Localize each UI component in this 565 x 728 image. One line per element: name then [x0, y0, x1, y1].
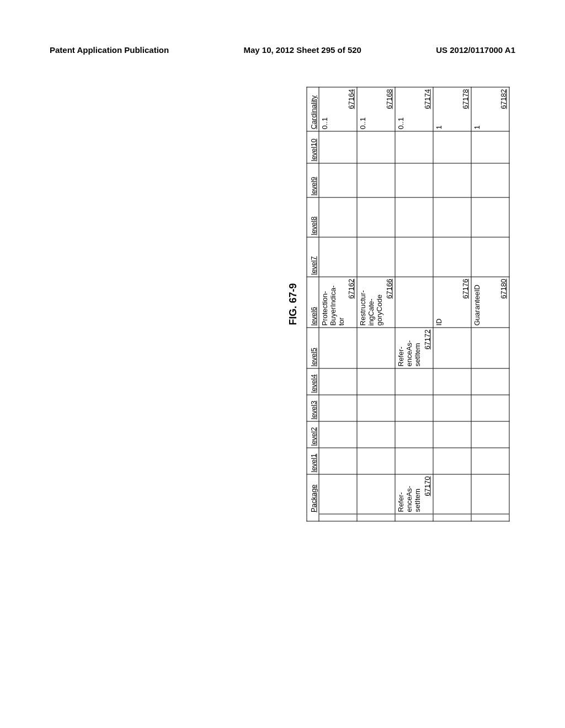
cell-level6: ID: [435, 279, 444, 326]
cell-ref: 67180: [499, 279, 508, 299]
cell-level6: Protection-BuyerIndica-tor: [321, 279, 346, 326]
cell-ref: 67176: [461, 279, 470, 299]
table-row: ID67176 167178: [433, 87, 471, 521]
col-level10: level10: [307, 131, 319, 163]
cell-level6: GuaranteeID: [473, 279, 482, 326]
cell-level5: Refer-enceAs-setItem: [397, 330, 422, 367]
cell-ref: 67172: [423, 330, 431, 350]
table-row: Restructur-ingCate-goryCode67166 0..1671…: [357, 87, 395, 521]
cell-card: 0..1: [359, 89, 367, 130]
col-level1: level1: [307, 448, 319, 474]
cell-card: 1: [473, 89, 482, 130]
cell-ref: 67182: [499, 89, 508, 109]
cell-ref: 67166: [385, 279, 393, 299]
table-row: Refer-enceAs-setItem67170 Refer-enceAs-s…: [395, 87, 433, 521]
table-body: Protection-BuyerIndica-tor67162 0..16716…: [319, 87, 509, 521]
cell-ref: 67170: [423, 477, 431, 496]
col-level2: level2: [307, 421, 319, 448]
figure-label: FIG. 67-9: [287, 29, 299, 580]
col-level7: level7: [307, 237, 319, 277]
cell-card: 0..1: [321, 89, 329, 130]
table-header-row: Package level1 level2 level3 level4 leve…: [307, 87, 319, 521]
cell-ref: 67174: [423, 89, 431, 109]
col-level9: level9: [307, 163, 319, 197]
col-level4: level4: [307, 368, 319, 395]
cell-ref: 67162: [347, 279, 355, 299]
schema-table: Package level1 level2 level3 level4 leve…: [307, 87, 510, 522]
cell-ref: 67164: [347, 89, 355, 109]
col-cardinality: Cardinality: [307, 87, 319, 131]
col-package: Package: [307, 474, 319, 514]
col-level3: level3: [307, 395, 319, 421]
cell-ref: 67178: [461, 89, 470, 109]
cell-card: 1: [435, 89, 444, 130]
cell-package: Refer-enceAs-setItem: [397, 477, 422, 512]
cell-level6: Restructur-ingCate-goryCode: [359, 279, 384, 326]
cell-ref: 67168: [385, 89, 393, 109]
figure-container: FIG. 67-9 Package level1 level2 level3 l…: [56, 29, 510, 580]
col-level8: level8: [307, 197, 319, 237]
cell-card: 0..1: [397, 89, 406, 130]
col-stub: [307, 518, 319, 522]
table-row: Protection-BuyerIndica-tor67162 0..16716…: [319, 87, 357, 521]
col-level6: level6: [307, 277, 319, 328]
table-row: GuaranteeID67180 167182: [471, 87, 509, 521]
col-stub2: [307, 514, 319, 518]
col-level5: level5: [307, 328, 319, 368]
